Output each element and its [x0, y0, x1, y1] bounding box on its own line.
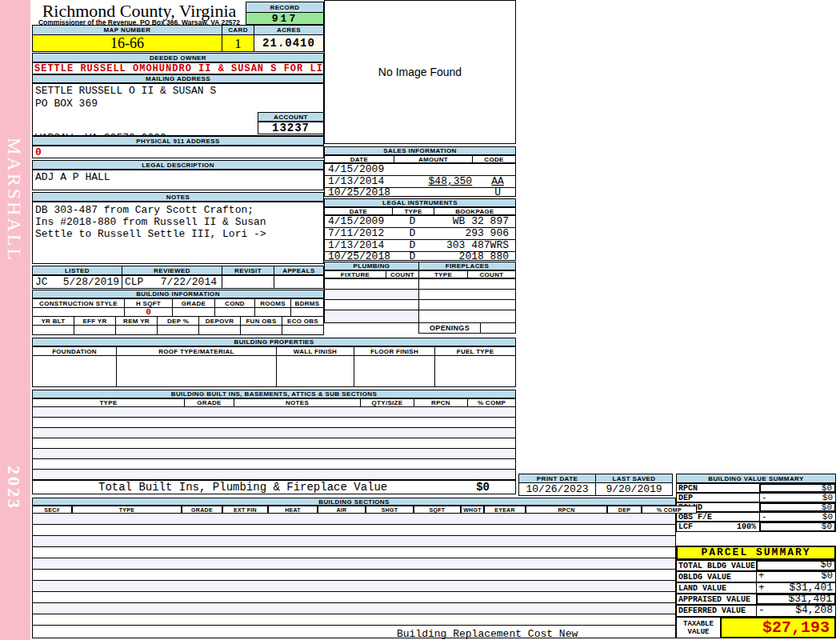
sale-date: 4/15/2009 [325, 164, 396, 175]
legal-description-value: ADJ A P HALL [32, 170, 324, 190]
sale-amount [396, 164, 480, 175]
reviewed-value: CLP 7/22/2014 [122, 275, 222, 289]
mailing-line-2: PO BOX 369 [33, 97, 323, 110]
sales-amount-header: AMOUNT [394, 155, 473, 163]
map-number-value: 16-66 [32, 34, 222, 52]
ecoobs-value [282, 325, 324, 335]
reviewed-label: REVIEWED [122, 266, 222, 275]
vs-value: $0 [822, 513, 835, 521]
building-sections-title: BUILDING SECTIONS [32, 498, 676, 506]
appeals-label: APPEALS [274, 266, 324, 275]
vs-value: $0 [822, 504, 834, 510]
bs-col-header: AIR [318, 506, 366, 514]
dep-pct-value [157, 325, 199, 335]
sale-date: 10/25/2018 [325, 188, 396, 198]
sale-date: 1/13/2014 [325, 176, 396, 187]
ps-op: - [757, 606, 765, 616]
ps-value: $31,401 [788, 595, 834, 603]
remyr-value [115, 325, 158, 335]
value-summary-title: BUILDING VALUE SUMMARY [676, 474, 836, 483]
mailing-address-label: MAILING ADDRESS [32, 74, 324, 83]
ps-land-label: LAND VALUE [676, 582, 757, 594]
bs-col-header: GRADE [182, 506, 222, 514]
built-ins-total-label: Total Built Ins, Plumbing & Fireplace Va… [33, 481, 387, 494]
bs-col-header: EYEAR [484, 506, 526, 514]
built-ins-total-value: $0 [476, 481, 515, 494]
table-row [32, 459, 516, 470]
account-value: 13237 [258, 122, 324, 134]
bs-col-header: HEAT [268, 506, 318, 514]
notes-label: NOTES [32, 192, 324, 202]
ps-op [758, 562, 759, 570]
sales-date-header: DATE [324, 155, 394, 163]
built-ins-qty-header: QTY/SIZE [360, 398, 414, 407]
instrument-bookpage-header: BOOKPAGE [434, 207, 516, 215]
ps-value: $0 [822, 572, 835, 582]
physical-address-value: 0 [32, 146, 324, 158]
bs-col-header: RPCN [526, 506, 607, 514]
table-row [32, 428, 516, 438]
bs-col-header: SEC# [32, 506, 72, 514]
sales-table-body: 4/15/2009 1/13/2014 $48,350 AA 10/25/201… [324, 163, 516, 197]
fixture-count-header: COUNT [386, 270, 419, 278]
table-row [32, 614, 676, 626]
building-information-title: BUILDING INFORMATION [32, 290, 324, 298]
vs-op: - [760, 513, 767, 521]
listed-by: JC [35, 276, 48, 288]
ps-total-bldg-label: TOTAL BLDG VALUE [676, 560, 757, 571]
vs-op [761, 523, 762, 530]
table-row [418, 310, 516, 323]
card-value: 1 [222, 34, 254, 52]
building-replacement-cost-label: Building Replacement Cost New [33, 628, 578, 640]
deeded-owner-label: DEEDED OWNER [32, 53, 324, 62]
table-row [32, 603, 676, 614]
vs-lcf-label-box: LCF 100% [676, 522, 760, 532]
vs-dep-value-box: - $0 [759, 493, 836, 502]
instrument-bookpage: 293 906 [432, 228, 515, 239]
openings-label: OPENINGS [418, 322, 481, 334]
vs-value: $0 [822, 494, 835, 502]
instrument-bookpage: WB 32 897 [432, 216, 515, 227]
ps-appraised-value-box: $31,401 [756, 594, 836, 605]
revisit-label: REVISIT [222, 266, 274, 275]
notes-line-3: Settle to Russell Settle III, Lori -> [33, 228, 323, 240]
table-row [32, 536, 676, 547]
table-row [32, 581, 676, 592]
ps-value: $0 [821, 562, 834, 570]
instrument-date: 7/11/2012 [325, 228, 393, 239]
instrument-type: D [393, 228, 432, 239]
ps-op: + [757, 583, 765, 593]
ps-obldg-value-box: + $0 [756, 571, 836, 582]
bs-col-header: WHGT [461, 506, 484, 514]
ps-op: + [757, 572, 764, 582]
vs-rclnd-value-box: $0 [759, 502, 836, 512]
floor-finish-value [354, 355, 435, 387]
fixture-header: FIXTURE [324, 270, 386, 278]
acres-value: 21.0410 [254, 34, 324, 52]
bs-col-header: SHGT [366, 506, 414, 514]
sale-amount: $48,350 [396, 176, 480, 187]
fireplace-type-header: TYPE [418, 270, 468, 278]
instrument-date: 1/13/2014 [325, 240, 393, 251]
record-label: RECORD [246, 2, 324, 13]
vs-op [761, 485, 762, 491]
bs-col-header: % COMP [642, 506, 697, 514]
foundation-value [32, 355, 117, 387]
table-row [32, 558, 676, 570]
ps-total-bldg-value-box: $0 [756, 560, 836, 571]
listed-date: 5/28/2019 [63, 276, 119, 288]
table-row [324, 310, 419, 323]
notes-line-1: DB 303-487 from Cary Scott Crafton; [33, 202, 323, 216]
sale-code: U [480, 188, 515, 198]
table-row [32, 407, 516, 418]
reviewed-date: 7/22/2014 [161, 276, 217, 288]
print-date-value: 10/26/2023 [518, 482, 596, 496]
ps-deferred-value-box: - $4,208 [756, 605, 836, 617]
instrument-type: D [393, 240, 432, 251]
built-ins-total-row: Total Built Ins, Plumbing & Fireplace Va… [32, 480, 516, 494]
ps-deferred-label: DEFERRED VALUE [676, 605, 757, 617]
building-properties-title: BUILDING PROPERTIES [32, 338, 516, 346]
vs-lcf-label: LCF [678, 522, 693, 531]
ps-value: $31,401 [789, 583, 835, 593]
instruments-table-body: 4/15/2009 D WB 32 897 7/11/2012 D 293 90… [324, 215, 516, 261]
